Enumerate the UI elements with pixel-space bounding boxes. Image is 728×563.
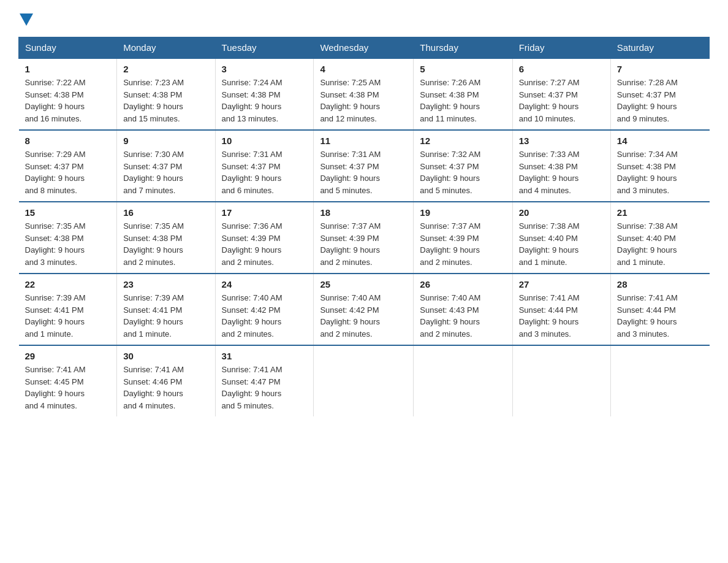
page-header	[18, 12, 710, 26]
calendar-cell: 17 Sunrise: 7:36 AM Sunset: 4:39 PM Dayl…	[215, 202, 314, 274]
calendar-cell: 2 Sunrise: 7:23 AM Sunset: 4:38 PM Dayli…	[117, 58, 215, 130]
day-info: Sunrise: 7:40 AM Sunset: 4:43 PM Dayligh…	[420, 292, 506, 340]
day-number: 4	[320, 64, 407, 74]
day-number: 27	[519, 279, 604, 289]
day-number: 6	[519, 64, 604, 74]
day-info: Sunrise: 7:39 AM Sunset: 4:41 PM Dayligh…	[25, 292, 111, 340]
calendar-cell: 28 Sunrise: 7:41 AM Sunset: 4:44 PM Dayl…	[610, 274, 709, 345]
day-number: 31	[222, 351, 308, 361]
calendar-cell: 14 Sunrise: 7:34 AM Sunset: 4:38 PM Dayl…	[610, 130, 709, 202]
calendar-cell: 4 Sunrise: 7:25 AM Sunset: 4:38 PM Dayli…	[314, 58, 414, 130]
calendar-cell: 5 Sunrise: 7:26 AM Sunset: 4:38 PM Dayli…	[414, 58, 512, 130]
header-friday: Friday	[512, 37, 610, 59]
day-number: 28	[617, 279, 703, 289]
day-info: Sunrise: 7:39 AM Sunset: 4:41 PM Dayligh…	[123, 292, 208, 340]
day-number: 18	[320, 207, 407, 218]
calendar-table: SundayMondayTuesdayWednesdayThursdayFrid…	[18, 37, 710, 416]
day-info: Sunrise: 7:37 AM Sunset: 4:39 PM Dayligh…	[420, 220, 506, 268]
calendar-cell: 12 Sunrise: 7:32 AM Sunset: 4:37 PM Dayl…	[414, 130, 512, 202]
day-number: 12	[420, 136, 506, 146]
day-number: 26	[420, 279, 506, 289]
calendar-cell: 22 Sunrise: 7:39 AM Sunset: 4:41 PM Dayl…	[19, 274, 117, 345]
day-info: Sunrise: 7:26 AM Sunset: 4:38 PM Dayligh…	[420, 77, 506, 124]
calendar-cell: 11 Sunrise: 7:31 AM Sunset: 4:37 PM Dayl…	[314, 130, 414, 202]
calendar-cell: 1 Sunrise: 7:22 AM Sunset: 4:38 PM Dayli…	[19, 58, 117, 130]
logo-arrow-icon	[20, 13, 33, 26]
day-number: 21	[617, 207, 703, 218]
calendar-cell: 7 Sunrise: 7:28 AM Sunset: 4:37 PM Dayli…	[610, 58, 709, 130]
calendar-week-row: 22 Sunrise: 7:39 AM Sunset: 4:41 PM Dayl…	[19, 274, 710, 345]
day-number: 19	[420, 207, 506, 218]
calendar-cell: 3 Sunrise: 7:24 AM Sunset: 4:38 PM Dayli…	[215, 58, 314, 130]
day-number: 10	[222, 136, 308, 146]
day-number: 11	[320, 136, 407, 146]
calendar-cell: 16 Sunrise: 7:35 AM Sunset: 4:38 PM Dayl…	[117, 202, 215, 274]
day-info: Sunrise: 7:29 AM Sunset: 4:37 PM Dayligh…	[25, 148, 111, 196]
calendar-cell: 30 Sunrise: 7:41 AM Sunset: 4:46 PM Dayl…	[117, 345, 215, 416]
day-info: Sunrise: 7:23 AM Sunset: 4:38 PM Dayligh…	[123, 77, 208, 124]
day-info: Sunrise: 7:35 AM Sunset: 4:38 PM Dayligh…	[25, 220, 111, 268]
day-info: Sunrise: 7:28 AM Sunset: 4:37 PM Dayligh…	[617, 77, 703, 124]
day-info: Sunrise: 7:31 AM Sunset: 4:37 PM Dayligh…	[222, 148, 308, 196]
day-info: Sunrise: 7:37 AM Sunset: 4:39 PM Dayligh…	[320, 220, 407, 268]
calendar-cell	[314, 345, 414, 416]
day-info: Sunrise: 7:41 AM Sunset: 4:47 PM Dayligh…	[222, 364, 308, 412]
day-info: Sunrise: 7:41 AM Sunset: 4:45 PM Dayligh…	[25, 364, 111, 412]
day-info: Sunrise: 7:22 AM Sunset: 4:38 PM Dayligh…	[25, 77, 111, 124]
calendar-cell: 21 Sunrise: 7:38 AM Sunset: 4:40 PM Dayl…	[610, 202, 709, 274]
calendar-cell: 19 Sunrise: 7:37 AM Sunset: 4:39 PM Dayl…	[414, 202, 512, 274]
day-info: Sunrise: 7:31 AM Sunset: 4:37 PM Dayligh…	[320, 148, 407, 196]
logo	[18, 12, 33, 26]
day-info: Sunrise: 7:27 AM Sunset: 4:37 PM Dayligh…	[519, 77, 604, 124]
day-info: Sunrise: 7:33 AM Sunset: 4:38 PM Dayligh…	[519, 148, 604, 196]
svg-marker-0	[20, 13, 33, 26]
calendar-cell: 13 Sunrise: 7:33 AM Sunset: 4:38 PM Dayl…	[512, 130, 610, 202]
calendar-week-row: 8 Sunrise: 7:29 AM Sunset: 4:37 PM Dayli…	[19, 130, 710, 202]
day-info: Sunrise: 7:41 AM Sunset: 4:44 PM Dayligh…	[617, 292, 703, 340]
day-number: 23	[123, 279, 208, 289]
day-info: Sunrise: 7:40 AM Sunset: 4:42 PM Dayligh…	[320, 292, 407, 340]
day-info: Sunrise: 7:32 AM Sunset: 4:37 PM Dayligh…	[420, 148, 506, 196]
day-number: 9	[123, 136, 208, 146]
day-number: 22	[25, 279, 111, 289]
calendar-cell: 26 Sunrise: 7:40 AM Sunset: 4:43 PM Dayl…	[414, 274, 512, 345]
calendar-cell	[414, 345, 512, 416]
calendar-week-row: 29 Sunrise: 7:41 AM Sunset: 4:45 PM Dayl…	[19, 345, 710, 416]
calendar-week-row: 15 Sunrise: 7:35 AM Sunset: 4:38 PM Dayl…	[19, 202, 710, 274]
day-info: Sunrise: 7:41 AM Sunset: 4:46 PM Dayligh…	[123, 364, 208, 412]
day-number: 24	[222, 279, 308, 289]
day-number: 2	[123, 64, 208, 74]
header-saturday: Saturday	[610, 37, 709, 59]
day-info: Sunrise: 7:41 AM Sunset: 4:44 PM Dayligh…	[519, 292, 604, 340]
header-wednesday: Wednesday	[314, 37, 414, 59]
header-monday: Monday	[117, 37, 215, 59]
day-info: Sunrise: 7:24 AM Sunset: 4:38 PM Dayligh…	[222, 77, 308, 124]
calendar-cell: 27 Sunrise: 7:41 AM Sunset: 4:44 PM Dayl…	[512, 274, 610, 345]
day-number: 3	[222, 64, 308, 74]
day-number: 20	[519, 207, 604, 218]
day-number: 15	[25, 207, 111, 218]
header-sunday: Sunday	[19, 37, 117, 59]
day-info: Sunrise: 7:35 AM Sunset: 4:38 PM Dayligh…	[123, 220, 208, 268]
day-number: 7	[617, 64, 703, 74]
day-info: Sunrise: 7:38 AM Sunset: 4:40 PM Dayligh…	[519, 220, 604, 268]
calendar-cell: 24 Sunrise: 7:40 AM Sunset: 4:42 PM Dayl…	[215, 274, 314, 345]
day-number: 17	[222, 207, 308, 218]
calendar-cell: 31 Sunrise: 7:41 AM Sunset: 4:47 PM Dayl…	[215, 345, 314, 416]
day-number: 16	[123, 207, 208, 218]
header-tuesday: Tuesday	[215, 37, 314, 59]
day-info: Sunrise: 7:36 AM Sunset: 4:39 PM Dayligh…	[222, 220, 308, 268]
day-number: 30	[123, 351, 208, 361]
calendar-cell: 29 Sunrise: 7:41 AM Sunset: 4:45 PM Dayl…	[19, 345, 117, 416]
calendar-header-row: SundayMondayTuesdayWednesdayThursdayFrid…	[19, 37, 710, 59]
day-number: 29	[25, 351, 111, 361]
day-number: 14	[617, 136, 703, 146]
day-number: 5	[420, 64, 506, 74]
calendar-cell: 6 Sunrise: 7:27 AM Sunset: 4:37 PM Dayli…	[512, 58, 610, 130]
day-info: Sunrise: 7:38 AM Sunset: 4:40 PM Dayligh…	[617, 220, 703, 268]
day-number: 8	[25, 136, 111, 146]
day-number: 1	[25, 64, 111, 74]
calendar-cell: 20 Sunrise: 7:38 AM Sunset: 4:40 PM Dayl…	[512, 202, 610, 274]
calendar-cell: 18 Sunrise: 7:37 AM Sunset: 4:39 PM Dayl…	[314, 202, 414, 274]
day-info: Sunrise: 7:25 AM Sunset: 4:38 PM Dayligh…	[320, 77, 407, 124]
